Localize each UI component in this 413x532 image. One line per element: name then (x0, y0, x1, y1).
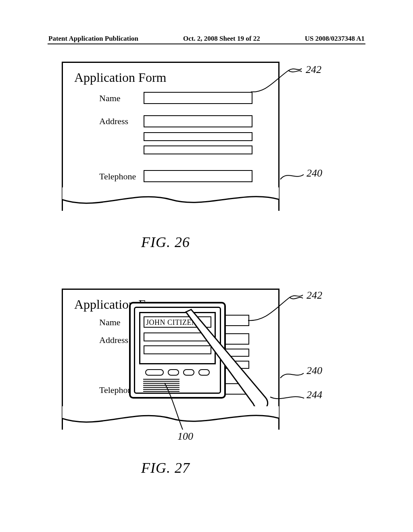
fig27-ref-244: 244 (307, 389, 322, 401)
page-header: Patent Application Publication Oct. 2, 2… (48, 35, 365, 43)
fig27-ref-100: 100 (177, 430, 193, 443)
fig27-device-row2 (144, 345, 211, 354)
fig27-caption: FIG. 27 (141, 459, 190, 476)
fig27-leader-244 (269, 391, 308, 407)
fig26-label-name: Name (99, 93, 121, 104)
fig27-leader-100 (161, 382, 189, 434)
fig27-leader-240 (280, 367, 308, 383)
fig26-label-address: Address (99, 116, 128, 127)
fig26-field-name (144, 92, 252, 104)
fig26-leader-242 (250, 64, 307, 97)
fig26-torn-edge (62, 187, 280, 212)
fig26-field-address3 (144, 145, 252, 154)
fig27-ref-242: 242 (307, 289, 322, 301)
fig27-device-row1 (144, 332, 211, 341)
fig26-label-telephone: Telephone (99, 171, 136, 182)
fig27-label-name: Name (99, 317, 121, 328)
fig26-field-address1 (144, 115, 252, 127)
fig26-field-address2 (144, 132, 252, 141)
fig27-device-button-3 (183, 369, 194, 376)
fig26-form-panel: Application Form Name Address Telephone (62, 62, 280, 211)
fig27-label-address: Address (99, 335, 128, 345)
fig27-ref-240: 240 (307, 365, 322, 377)
fig27-device-inner: JOHN CITIZEN (134, 307, 221, 394)
fig27-device-screen: JOHN CITIZEN (139, 312, 216, 364)
fig26-ref-240: 240 (307, 167, 322, 179)
header-left: Patent Application Publication (48, 35, 138, 43)
fig27-device-button-2 (168, 369, 179, 376)
fig26-field-telephone (144, 170, 252, 182)
fig27-device-name-value: JOHN CITIZEN (144, 316, 211, 328)
fig27-leader-242 (247, 290, 308, 326)
fig26-caption: FIG. 26 (141, 234, 190, 251)
header-rule (48, 44, 365, 44)
fig27-device-button-1 (145, 369, 164, 376)
fig26-ref-242: 242 (306, 64, 321, 76)
fig27-device-button-row (142, 369, 213, 376)
header-right: US 2008/0237348 A1 (305, 35, 365, 43)
fig27-label-telephone: Telephon (99, 385, 132, 395)
fig26-leader-240 (280, 167, 308, 183)
fig27-device-button-4 (198, 369, 210, 376)
header-center: Oct. 2, 2008 Sheet 19 of 22 (183, 35, 260, 43)
fig26-form-title: Application Form (74, 70, 166, 85)
